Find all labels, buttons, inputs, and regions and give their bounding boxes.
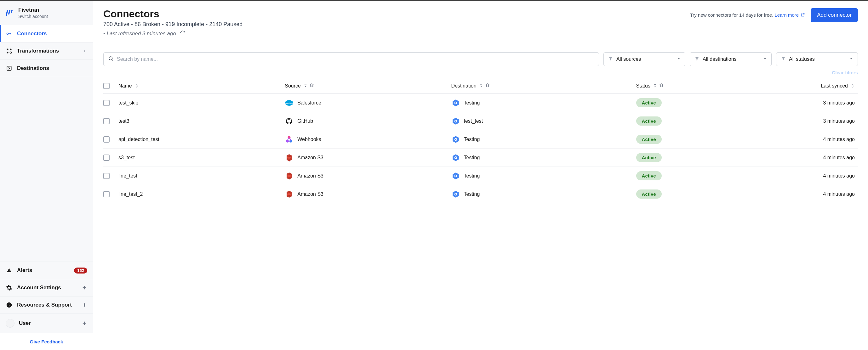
- search-box[interactable]: [103, 52, 599, 66]
- svg-point-14: [455, 102, 456, 103]
- row-checkbox[interactable]: [103, 118, 110, 124]
- svg-point-10: [109, 57, 113, 60]
- th-status[interactable]: Status: [636, 83, 747, 89]
- filter-label: All destinations: [703, 56, 760, 62]
- connectors-icon: [6, 30, 12, 37]
- give-feedback-link[interactable]: Give Feedback: [0, 333, 93, 350]
- sidebar-item-connectors[interactable]: Connectors: [0, 25, 93, 42]
- sidebar-item-resources[interactable]: Resources & Support: [0, 296, 93, 314]
- row-checkbox[interactable]: [103, 100, 110, 106]
- select-all-checkbox[interactable]: [103, 83, 110, 89]
- svg-point-28: [287, 193, 291, 195]
- cell-last-synced: 4 minutes ago: [747, 191, 858, 197]
- cell-last-synced: 4 minutes ago: [747, 173, 858, 179]
- svg-point-16: [455, 120, 456, 122]
- alerts-badge: 162: [74, 267, 87, 274]
- sort-icon: [134, 84, 139, 88]
- table-row[interactable]: test3 GitHub test_test Active 3 minutes …: [103, 112, 858, 130]
- cell-destination: test_test: [451, 117, 636, 126]
- cell-name: test3: [118, 118, 285, 124]
- row-checkbox[interactable]: [103, 173, 110, 179]
- cell-last-synced: 4 minutes ago: [747, 137, 858, 142]
- cell-source: Amazon S3: [285, 153, 451, 162]
- bigquery-icon: [451, 190, 460, 199]
- row-checkbox[interactable]: [103, 155, 110, 161]
- cell-name: line_test_2: [118, 191, 285, 197]
- sort-icon: [850, 84, 855, 88]
- svg-rect-0: [6, 10, 8, 16]
- connectors-table: Name Source Destination: [103, 78, 858, 203]
- cell-name: test_skip: [118, 100, 285, 106]
- cell-source: GitHub: [285, 117, 451, 126]
- cell-last-synced: 4 minutes ago: [747, 155, 858, 161]
- plus-icon: [82, 320, 87, 326]
- sidebar-item-alerts[interactable]: Alerts 162: [0, 261, 93, 279]
- alerts-icon: [6, 267, 12, 274]
- table-row[interactable]: line_test_2 Amazon S3 Testing Active 4 m…: [103, 185, 858, 203]
- cell-name: line_test: [118, 173, 285, 179]
- row-checkbox[interactable]: [103, 191, 110, 197]
- status-badge: Active: [636, 189, 662, 199]
- clear-filters-link[interactable]: Clear filters: [832, 70, 858, 75]
- avatar: [6, 319, 14, 328]
- sidebar-item-user[interactable]: User: [0, 314, 93, 333]
- refresh-button[interactable]: [180, 30, 186, 37]
- add-connector-button[interactable]: Add connector: [811, 8, 858, 22]
- table-row[interactable]: api_detection_test Webhooks Testing Acti…: [103, 130, 858, 149]
- table-header: Name Source Destination: [103, 78, 858, 94]
- filter-label: All statuses: [789, 56, 846, 62]
- switch-account-link[interactable]: Switch account: [18, 14, 48, 19]
- bigquery-icon: [451, 153, 460, 162]
- cell-status: Active: [636, 153, 747, 162]
- sidebar-header[interactable]: Fivetran Switch account: [0, 1, 93, 25]
- sidebar-item-destinations[interactable]: Destinations: [0, 60, 93, 77]
- learn-more-link[interactable]: Learn more: [774, 12, 799, 18]
- sidebar-item-account-settings[interactable]: Account Settings: [0, 279, 93, 296]
- cell-status: Active: [636, 117, 747, 126]
- search-input[interactable]: [117, 56, 594, 62]
- status-badge: Active: [636, 135, 662, 144]
- statuses-filter[interactable]: All statuses: [776, 52, 858, 66]
- funnel-icon: [781, 56, 786, 62]
- webhooks-icon: [285, 135, 293, 144]
- cell-destination: Testing: [451, 190, 636, 199]
- svg-point-24: [455, 157, 456, 158]
- destinations-filter[interactable]: All destinations: [690, 52, 772, 66]
- group-icon: [659, 83, 663, 89]
- sidebar-label: Resources & Support: [17, 302, 77, 308]
- svg-rect-8: [7, 66, 11, 70]
- cell-source: Webhooks: [285, 135, 451, 144]
- cell-source: Amazon S3: [285, 171, 451, 180]
- destinations-icon: [6, 65, 12, 72]
- s3-icon: [285, 153, 293, 162]
- group-icon: [485, 83, 490, 89]
- cell-last-synced: 3 minutes ago: [747, 118, 858, 124]
- sort-icon: [653, 83, 657, 89]
- svg-rect-2: [11, 10, 12, 13]
- table-row[interactable]: line_test Amazon S3 Testing Active 4 min…: [103, 167, 858, 185]
- cell-source: Amazon S3: [285, 190, 451, 199]
- th-last-synced[interactable]: Last synced: [747, 83, 858, 89]
- th-name[interactable]: Name: [118, 83, 285, 89]
- svg-point-4: [7, 49, 8, 50]
- sidebar-item-transformations[interactable]: Transformations: [0, 42, 93, 60]
- status-badge: Active: [636, 117, 662, 126]
- s3-icon: [285, 190, 293, 199]
- th-source[interactable]: Source: [285, 83, 451, 89]
- cell-status: Active: [636, 135, 747, 144]
- svg-point-5: [10, 49, 12, 50]
- svg-point-27: [455, 175, 456, 176]
- svg-rect-1: [8, 10, 10, 14]
- sources-filter[interactable]: All sources: [603, 52, 685, 66]
- th-destination[interactable]: Destination: [451, 83, 636, 89]
- table-row[interactable]: test_skip salesforce Salesforce Testing …: [103, 94, 858, 112]
- cell-last-synced: 3 minutes ago: [747, 100, 858, 106]
- row-checkbox[interactable]: [103, 136, 110, 142]
- svg-point-6: [7, 52, 8, 54]
- caret-down-icon: [849, 56, 853, 62]
- svg-point-25: [287, 175, 291, 177]
- table-row[interactable]: s3_test Amazon S3 Testing Active 4 minut…: [103, 149, 858, 167]
- status-badge: Active: [636, 153, 662, 162]
- caret-down-icon: [677, 56, 681, 62]
- refresh-text: • Last refreshed 3 minutes ago: [103, 31, 176, 37]
